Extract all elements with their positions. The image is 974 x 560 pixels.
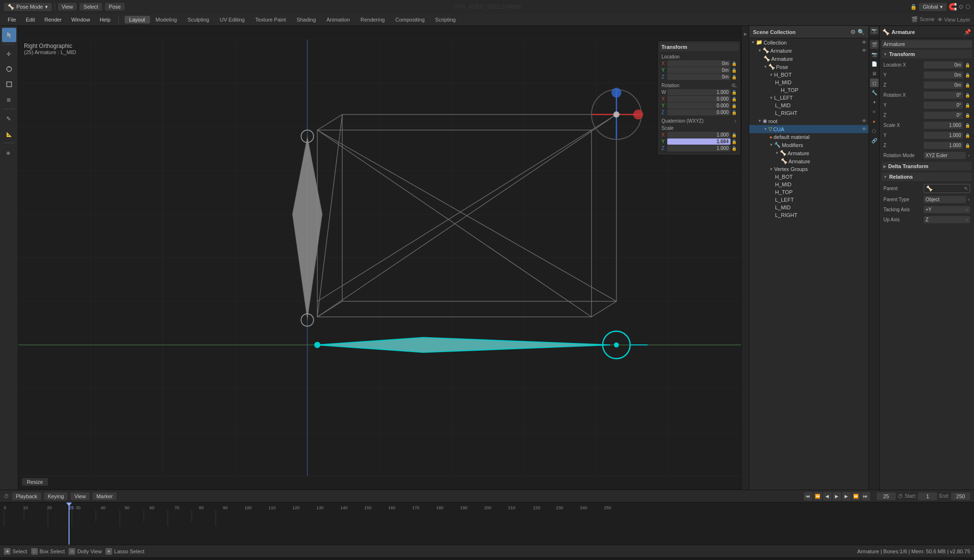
select-tool[interactable]	[2, 28, 16, 42]
scale-y-field-val[interactable]: 1.000	[924, 132, 963, 139]
outliner-filter-icon[interactable]: ⚙	[850, 29, 856, 35]
tab-scripting[interactable]: Scripting	[430, 16, 461, 23]
jump-prev-btn[interactable]: ◀	[823, 492, 832, 501]
panel-collapse-btn[interactable]: ▶	[743, 32, 748, 36]
outliner-search-icon[interactable]: 🔍	[858, 29, 865, 35]
tree-item-pose[interactable]: ▼ 🦴 Pose	[749, 63, 869, 71]
tab-uv-editing[interactable]: UV Editing	[215, 16, 249, 23]
loc-x-field-lock[interactable]: 🔒	[965, 63, 970, 68]
play-btn[interactable]: ▶	[833, 492, 841, 501]
measure-tool[interactable]: 📐	[2, 126, 16, 141]
loc-z-value[interactable]: 0m	[667, 74, 730, 80]
menu-edit[interactable]: Edit	[22, 16, 39, 23]
tree-item-vg-hbot[interactable]: H_BOT	[749, 173, 869, 181]
tree-item-h-top[interactable]: H_TOP	[749, 86, 869, 94]
tab-shading[interactable]: Shading	[292, 16, 321, 23]
add-bone-tool[interactable]: ⊕	[2, 145, 16, 160]
tree-item-vg-lmid[interactable]: L_MID	[749, 204, 869, 211]
rot-mode-selector[interactable]: XYZ Euler	[924, 152, 966, 159]
rot-y-lock[interactable]: 🔒	[731, 103, 737, 108]
tree-item-armature-top[interactable]: ▼ 🦴 Armature 👁	[749, 46, 869, 55]
rot-z-lock[interactable]: 🔒	[731, 110, 737, 115]
keying-menu[interactable]: Keying	[44, 492, 68, 500]
tree-item-vg-hmid[interactable]: H_MID	[749, 181, 869, 188]
parent-type-selector[interactable]: Object	[924, 196, 966, 203]
tree-item-collection[interactable]: ▼ 📁 Collection 👁	[749, 38, 869, 46]
next-keyframe-btn[interactable]: ⏩	[852, 492, 860, 501]
tab-sculpting[interactable]: Sculpting	[183, 16, 214, 23]
move-tool[interactable]: ✛	[2, 46, 16, 61]
root-eye[interactable]: 👁	[862, 118, 867, 124]
tab-object[interactable]: ◻	[870, 79, 879, 87]
select-menu[interactable]: Select	[80, 3, 102, 11]
start-frame-input[interactable]	[918, 492, 937, 500]
marker-menu[interactable]: Marker	[93, 492, 116, 500]
end-frame-input[interactable]	[951, 492, 970, 500]
transform-tool[interactable]: ⊞	[2, 92, 16, 107]
rot-x-lock[interactable]: 🔒	[731, 97, 737, 102]
object-name-input[interactable]	[881, 40, 972, 48]
menu-help[interactable]: Help	[96, 16, 115, 23]
jump-start-btn[interactable]: ⏮	[804, 492, 812, 501]
menu-window[interactable]: Window	[68, 16, 94, 23]
proportional-icon[interactable]: ⊙	[959, 3, 963, 10]
loc-y-field-val[interactable]: 0m	[924, 71, 963, 79]
tab-physics[interactable]: ⚛	[870, 107, 879, 116]
tree-item-arm-mod[interactable]: ▼ 🦴 Armature	[749, 149, 869, 157]
tree-item-default-mat[interactable]: ● default material	[749, 133, 869, 141]
tab-constraint[interactable]: 🔗	[870, 136, 879, 145]
scale-x-value[interactable]: 1.000	[667, 132, 730, 138]
loc-x-lock[interactable]: 🔒	[731, 61, 737, 66]
scale-z-value[interactable]: 1.000	[667, 145, 730, 151]
menu-file[interactable]: File	[4, 16, 20, 23]
scale-y-field-lock[interactable]: 🔒	[965, 133, 970, 138]
overlay-icon[interactable]: ⬡	[965, 3, 970, 10]
cua-eye[interactable]: 👁	[862, 126, 867, 132]
scale-y-value[interactable]: 1.684	[667, 138, 730, 145]
rot-w-lock[interactable]: 🔒	[731, 90, 737, 95]
loc-y-field-lock[interactable]: 🔒	[965, 73, 970, 78]
prev-keyframe-btn[interactable]: ⏪	[813, 492, 822, 501]
tree-item-arm-mod-sub[interactable]: 🦴 Armature	[749, 157, 869, 165]
tab-modeling[interactable]: Modeling	[151, 16, 182, 23]
scale-x-field-val[interactable]: 1.000	[924, 122, 963, 129]
armature-top-eye[interactable]: 👁	[862, 48, 867, 53]
tab-data[interactable]: ⬡	[870, 126, 879, 135]
rot-w-value[interactable]: 1.000	[667, 89, 730, 95]
tree-item-vg-lright[interactable]: L_RIGHT	[749, 211, 869, 219]
tree-item-cua[interactable]: ▼ ▽ CUA 👁	[749, 125, 869, 133]
tree-item-vg-lleft[interactable]: L_LEFT	[749, 196, 869, 204]
rot-x-value[interactable]: 0.000	[667, 96, 730, 102]
current-frame-input[interactable]	[877, 492, 896, 500]
rot-z-value[interactable]: 0.000	[667, 109, 730, 115]
pose-mode-selector[interactable]: 🦴 Pose Mode ▾	[4, 3, 52, 11]
playback-menu[interactable]: Playback	[12, 492, 41, 500]
loc-x-field-val[interactable]: 0m	[924, 61, 963, 69]
viewport-3d[interactable]: Right Orthographic (25) Armature : L_MID…	[18, 26, 741, 490]
tab-particles[interactable]: ✦	[870, 98, 879, 106]
up-axis-selector[interactable]: Z ▾	[924, 216, 970, 223]
rotate-tool[interactable]	[2, 62, 16, 76]
loc-y-lock[interactable]: 🔒	[731, 68, 737, 73]
loc-y-value[interactable]: 0m	[667, 67, 730, 73]
jump-next-btn[interactable]: ▶	[842, 492, 851, 501]
tab-texture-paint[interactable]: Texture Paint	[250, 16, 290, 23]
magnet-icon[interactable]: 🧲	[949, 3, 957, 11]
tree-item-vg-htop[interactable]: H_TOP	[749, 188, 869, 196]
rot-x-field-val[interactable]: 0°	[924, 91, 963, 99]
obj-props-pin[interactable]: 📌	[964, 29, 971, 35]
relations-header[interactable]: ▼ Relations	[881, 172, 972, 181]
tab-scene[interactable]: 🎬	[870, 40, 879, 49]
tab-output[interactable]: 📄	[870, 59, 879, 68]
loc-z-lock[interactable]: 🔒	[731, 75, 737, 80]
annotate-tool[interactable]: ✎	[2, 111, 16, 126]
rot-z-field-lock[interactable]: 🔒	[965, 113, 970, 118]
tree-item-h-mid[interactable]: H_MID	[749, 79, 869, 86]
loc-z-field-val[interactable]: 0m	[924, 81, 963, 89]
collection-eye[interactable]: 👁	[862, 40, 867, 45]
tab-compositing[interactable]: Compositing	[391, 16, 429, 23]
parent-edit-icon[interactable]: ✎	[964, 186, 968, 191]
scale-tool[interactable]	[2, 77, 16, 91]
rot-z-field-val[interactable]: 0°	[924, 112, 963, 119]
tab-render[interactable]: 📷	[870, 50, 879, 58]
